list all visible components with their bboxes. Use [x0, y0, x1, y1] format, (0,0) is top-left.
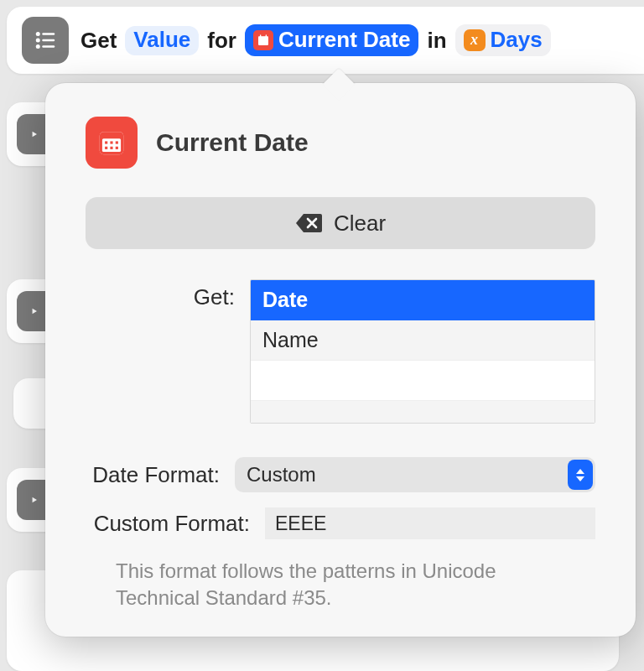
- up-down-chevron-icon: [568, 460, 593, 490]
- svg-rect-16: [116, 141, 118, 143]
- svg-point-0: [36, 32, 40, 36]
- svg-rect-3: [42, 39, 55, 42]
- date-format-select[interactable]: Custom: [235, 457, 595, 492]
- action-word-get: Get: [80, 28, 117, 54]
- get-label: Get:: [86, 279, 250, 310]
- get-row: Get: Date Name: [86, 279, 595, 424]
- date-format-row: Date Format: Custom: [86, 457, 595, 492]
- calendar-icon: [86, 117, 138, 169]
- action-word-for: for: [207, 28, 236, 54]
- svg-rect-1: [42, 33, 55, 35]
- shortcut-action-row[interactable]: Get Value for Current Date in x Days: [7, 7, 644, 74]
- days-token-label: Days: [491, 27, 543, 53]
- svg-rect-18: [110, 147, 112, 149]
- variable-x-icon: x: [464, 29, 486, 51]
- popover-title: Current Date: [156, 128, 309, 157]
- svg-rect-5: [42, 45, 55, 48]
- get-option-empty[interactable]: [251, 401, 595, 424]
- current-date-token[interactable]: Current Date: [245, 24, 418, 56]
- svg-rect-8: [260, 34, 261, 37]
- value-token-label: Value: [133, 27, 190, 53]
- svg-rect-9: [266, 34, 267, 37]
- action-word-in: in: [427, 28, 446, 54]
- svg-rect-14: [105, 141, 107, 143]
- custom-format-input[interactable]: [265, 507, 595, 539]
- svg-point-4: [36, 44, 40, 49]
- get-option-date[interactable]: Date: [251, 280, 595, 320]
- custom-format-row: Custom Format:: [86, 507, 595, 539]
- calendar-icon: [253, 30, 273, 50]
- format-hint-text: This format follows the patterns in Unic…: [116, 558, 569, 612]
- get-option-label: Date: [262, 288, 308, 312]
- date-format-value: Custom: [247, 463, 316, 486]
- clear-button-label: Clear: [334, 211, 386, 237]
- svg-rect-19: [116, 147, 118, 149]
- clear-button[interactable]: Clear: [86, 197, 595, 249]
- get-option-name[interactable]: Name: [251, 320, 595, 361]
- backspace-x-icon: [295, 212, 322, 234]
- popover-header: Current Date: [86, 117, 595, 169]
- value-token[interactable]: Value: [125, 26, 199, 55]
- svg-rect-15: [110, 141, 112, 143]
- custom-format-label: Custom Format:: [86, 511, 265, 537]
- svg-rect-13: [102, 138, 121, 152]
- svg-rect-17: [105, 147, 107, 149]
- days-variable-token[interactable]: x Days: [455, 24, 551, 56]
- svg-point-2: [36, 39, 40, 43]
- svg-rect-7: [258, 36, 268, 39]
- get-listbox[interactable]: Date Name: [250, 279, 595, 424]
- list-icon: [22, 17, 69, 64]
- get-option-label: Name: [262, 328, 319, 352]
- get-option-empty[interactable]: [251, 361, 595, 401]
- variable-config-popover: Current Date Clear Get: Date Name Date F…: [45, 83, 636, 637]
- current-date-token-label: Current Date: [278, 27, 410, 53]
- date-format-label: Date Format:: [86, 462, 235, 488]
